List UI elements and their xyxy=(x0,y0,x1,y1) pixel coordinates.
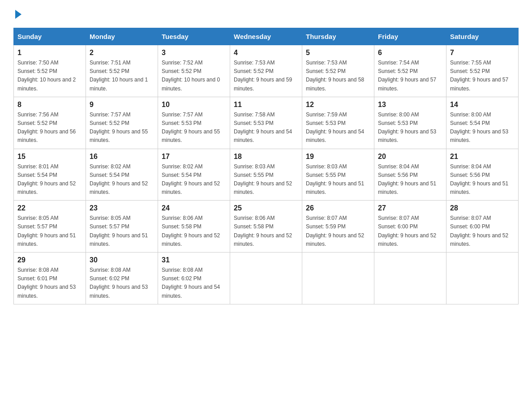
day-info: Sunrise: 7:59 AMSunset: 5:53 PMDaylight:… xyxy=(306,111,370,145)
calendar-cell: 29Sunrise: 8:08 AMSunset: 6:01 PMDayligh… xyxy=(14,253,86,304)
day-number: 23 xyxy=(90,204,154,212)
day-info: Sunrise: 8:00 AMSunset: 5:54 PMDaylight:… xyxy=(450,111,515,145)
day-info: Sunrise: 8:00 AMSunset: 5:53 PMDaylight:… xyxy=(378,111,442,145)
calendar-cell: 20Sunrise: 8:04 AMSunset: 5:56 PMDayligh… xyxy=(374,149,446,201)
day-number: 4 xyxy=(234,49,298,57)
day-number: 22 xyxy=(17,204,82,212)
calendar-cell: 21Sunrise: 8:04 AMSunset: 5:56 PMDayligh… xyxy=(446,149,519,201)
day-info: Sunrise: 8:08 AMSunset: 6:02 PMDaylight:… xyxy=(162,266,226,300)
logo xyxy=(13,9,21,19)
day-number: 5 xyxy=(306,49,370,57)
day-info: Sunrise: 8:07 AMSunset: 6:00 PMDaylight:… xyxy=(450,214,515,248)
calendar-week-row: 1Sunrise: 7:50 AMSunset: 5:52 PMDaylight… xyxy=(14,45,519,97)
day-number: 29 xyxy=(17,256,82,264)
calendar-cell: 30Sunrise: 8:08 AMSunset: 6:02 PMDayligh… xyxy=(86,253,158,304)
calendar-cell: 27Sunrise: 8:07 AMSunset: 6:00 PMDayligh… xyxy=(374,201,446,253)
calendar-cell: 3Sunrise: 7:52 AMSunset: 5:52 PMDaylight… xyxy=(158,45,230,97)
calendar-cell: 9Sunrise: 7:57 AMSunset: 5:52 PMDaylight… xyxy=(86,97,158,149)
calendar-cell: 16Sunrise: 8:02 AMSunset: 5:54 PMDayligh… xyxy=(86,149,158,201)
calendar-cell: 15Sunrise: 8:01 AMSunset: 5:54 PMDayligh… xyxy=(14,149,86,201)
day-number: 30 xyxy=(90,256,154,264)
day-info: Sunrise: 8:06 AMSunset: 5:58 PMDaylight:… xyxy=(234,214,298,248)
day-info: Sunrise: 7:53 AMSunset: 5:52 PMDaylight:… xyxy=(234,59,298,93)
day-number: 28 xyxy=(450,204,515,212)
day-number: 21 xyxy=(450,153,515,161)
weekday-header-sunday: Sunday xyxy=(14,28,86,45)
day-info: Sunrise: 7:58 AMSunset: 5:53 PMDaylight:… xyxy=(234,111,298,145)
day-number: 9 xyxy=(90,101,154,109)
day-number: 17 xyxy=(162,153,226,161)
day-info: Sunrise: 8:08 AMSunset: 6:02 PMDaylight:… xyxy=(90,266,154,300)
day-info: Sunrise: 7:57 AMSunset: 5:53 PMDaylight:… xyxy=(162,111,226,145)
day-info: Sunrise: 7:57 AMSunset: 5:52 PMDaylight:… xyxy=(90,111,154,145)
calendar-cell: 25Sunrise: 8:06 AMSunset: 5:58 PMDayligh… xyxy=(230,201,302,253)
day-info: Sunrise: 8:06 AMSunset: 5:58 PMDaylight:… xyxy=(162,214,226,248)
weekday-header-saturday: Saturday xyxy=(446,28,519,45)
day-number: 1 xyxy=(17,49,82,57)
day-info: Sunrise: 7:54 AMSunset: 5:52 PMDaylight:… xyxy=(378,59,442,93)
calendar-week-row: 22Sunrise: 8:05 AMSunset: 5:57 PMDayligh… xyxy=(14,201,519,253)
calendar-cell: 26Sunrise: 8:07 AMSunset: 5:59 PMDayligh… xyxy=(302,201,374,253)
calendar-cell xyxy=(446,253,519,304)
day-number: 26 xyxy=(306,204,370,212)
day-number: 2 xyxy=(90,49,154,57)
calendar-table: SundayMondayTuesdayWednesdayThursdayFrid… xyxy=(13,28,519,304)
calendar-cell: 7Sunrise: 7:55 AMSunset: 5:52 PMDaylight… xyxy=(446,45,519,97)
calendar-week-row: 29Sunrise: 8:08 AMSunset: 6:01 PMDayligh… xyxy=(14,253,519,304)
day-info: Sunrise: 8:07 AMSunset: 5:59 PMDaylight:… xyxy=(306,214,370,248)
calendar-cell xyxy=(374,253,446,304)
day-number: 27 xyxy=(378,204,442,212)
calendar-cell: 17Sunrise: 8:02 AMSunset: 5:54 PMDayligh… xyxy=(158,149,230,201)
calendar-cell xyxy=(230,253,302,304)
day-info: Sunrise: 7:53 AMSunset: 5:52 PMDaylight:… xyxy=(306,59,370,93)
day-info: Sunrise: 8:05 AMSunset: 5:57 PMDaylight:… xyxy=(90,214,154,248)
day-info: Sunrise: 8:07 AMSunset: 6:00 PMDaylight:… xyxy=(378,214,442,248)
day-info: Sunrise: 8:04 AMSunset: 5:56 PMDaylight:… xyxy=(378,163,442,197)
calendar-cell: 11Sunrise: 7:58 AMSunset: 5:53 PMDayligh… xyxy=(230,97,302,149)
page-header xyxy=(13,9,519,19)
day-number: 31 xyxy=(162,256,226,264)
day-number: 13 xyxy=(378,101,442,109)
weekday-header-row: SundayMondayTuesdayWednesdayThursdayFrid… xyxy=(14,28,519,45)
day-number: 20 xyxy=(378,153,442,161)
weekday-header-monday: Monday xyxy=(86,28,158,45)
weekday-header-tuesday: Tuesday xyxy=(158,28,230,45)
day-number: 18 xyxy=(234,153,298,161)
calendar-week-row: 8Sunrise: 7:56 AMSunset: 5:52 PMDaylight… xyxy=(14,97,519,149)
day-info: Sunrise: 7:50 AMSunset: 5:52 PMDaylight:… xyxy=(17,59,82,93)
day-info: Sunrise: 8:02 AMSunset: 5:54 PMDaylight:… xyxy=(162,163,226,197)
day-number: 24 xyxy=(162,204,226,212)
day-info: Sunrise: 7:55 AMSunset: 5:52 PMDaylight:… xyxy=(450,59,515,93)
calendar-cell: 10Sunrise: 7:57 AMSunset: 5:53 PMDayligh… xyxy=(158,97,230,149)
weekday-header-wednesday: Wednesday xyxy=(230,28,302,45)
day-number: 15 xyxy=(17,153,82,161)
calendar-cell: 1Sunrise: 7:50 AMSunset: 5:52 PMDaylight… xyxy=(14,45,86,97)
day-info: Sunrise: 8:02 AMSunset: 5:54 PMDaylight:… xyxy=(90,163,154,197)
day-info: Sunrise: 7:52 AMSunset: 5:52 PMDaylight:… xyxy=(162,59,226,93)
weekday-header-thursday: Thursday xyxy=(302,28,374,45)
logo-arrow-icon xyxy=(15,10,21,19)
day-number: 14 xyxy=(450,101,515,109)
day-info: Sunrise: 7:56 AMSunset: 5:52 PMDaylight:… xyxy=(17,111,82,145)
calendar-cell: 13Sunrise: 8:00 AMSunset: 5:53 PMDayligh… xyxy=(374,97,446,149)
weekday-header-friday: Friday xyxy=(374,28,446,45)
calendar-cell: 19Sunrise: 8:03 AMSunset: 5:55 PMDayligh… xyxy=(302,149,374,201)
day-number: 11 xyxy=(234,101,298,109)
calendar-cell: 5Sunrise: 7:53 AMSunset: 5:52 PMDaylight… xyxy=(302,45,374,97)
calendar-cell: 18Sunrise: 8:03 AMSunset: 5:55 PMDayligh… xyxy=(230,149,302,201)
calendar-cell: 6Sunrise: 7:54 AMSunset: 5:52 PMDaylight… xyxy=(374,45,446,97)
day-info: Sunrise: 8:03 AMSunset: 5:55 PMDaylight:… xyxy=(306,163,370,197)
day-info: Sunrise: 8:08 AMSunset: 6:01 PMDaylight:… xyxy=(17,266,82,300)
calendar-cell xyxy=(302,253,374,304)
day-number: 3 xyxy=(162,49,226,57)
day-number: 12 xyxy=(306,101,370,109)
day-number: 16 xyxy=(90,153,154,161)
calendar-cell: 4Sunrise: 7:53 AMSunset: 5:52 PMDaylight… xyxy=(230,45,302,97)
day-info: Sunrise: 7:51 AMSunset: 5:52 PMDaylight:… xyxy=(90,59,154,93)
day-number: 6 xyxy=(378,49,442,57)
day-number: 25 xyxy=(234,204,298,212)
calendar-cell: 12Sunrise: 7:59 AMSunset: 5:53 PMDayligh… xyxy=(302,97,374,149)
day-info: Sunrise: 8:05 AMSunset: 5:57 PMDaylight:… xyxy=(17,214,82,248)
day-number: 10 xyxy=(162,101,226,109)
calendar-cell: 23Sunrise: 8:05 AMSunset: 5:57 PMDayligh… xyxy=(86,201,158,253)
